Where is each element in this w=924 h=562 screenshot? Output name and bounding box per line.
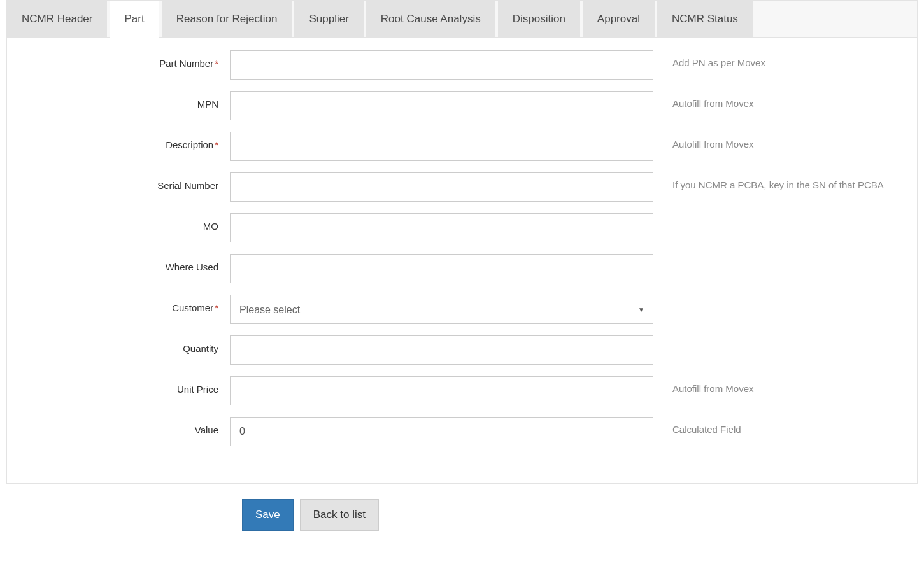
tab-approval[interactable]: Approval [583,1,655,38]
where-used-input[interactable] [230,254,653,283]
value-input[interactable] [230,417,653,446]
help-where-used [653,254,904,260]
label-description: Description [166,139,213,150]
tab-container: NCMR Header Part Reason for Rejection Su… [6,0,918,484]
tab-reason-for-rejection[interactable]: Reason for Rejection [162,1,292,38]
required-mark: * [215,58,218,69]
form-actions: Save Back to list [242,484,918,550]
required-mark: * [215,139,218,150]
label-quantity: Quantity [183,343,218,354]
row-description: Description* Autofill from Movex [20,132,904,161]
help-serial-number: If you NCMR a PCBA, key in the SN of tha… [653,172,904,192]
tab-ncmr-header[interactable]: NCMR Header [7,1,107,38]
label-mpn: MPN [197,99,218,109]
help-description: Autofill from Movex [653,132,904,151]
row-where-used: Where Used [20,254,904,283]
unit-price-input[interactable] [230,376,653,405]
row-quantity: Quantity [20,335,904,365]
description-input[interactable] [230,132,653,161]
tab-ncmr-status[interactable]: NCMR Status [657,1,753,38]
mo-input[interactable] [230,213,653,242]
help-part-number: Add PN as per Movex [653,50,904,69]
label-serial-number: Serial Number [157,180,218,191]
row-serial-number: Serial Number If you NCMR a PCBA, key in… [20,172,904,202]
row-customer: Customer* Please select ▼ [20,295,904,324]
help-unit-price: Autofill from Movex [653,376,904,395]
row-value: Value Calculated Field [20,417,904,446]
row-unit-price: Unit Price Autofill from Movex [20,376,904,405]
help-mo [653,213,904,220]
tab-bar: NCMR Header Part Reason for Rejection Su… [7,1,917,38]
label-value: Value [195,425,218,435]
row-mpn: MPN Autofill from Movex [20,91,904,120]
back-to-list-button[interactable]: Back to list [300,499,379,531]
tab-root-cause-analysis[interactable]: Root Cause Analysis [366,1,495,38]
help-value: Calculated Field [653,417,904,436]
help-mpn: Autofill from Movex [653,91,904,110]
serial-number-input[interactable] [230,172,653,202]
required-mark: * [215,302,218,313]
label-where-used: Where Used [166,262,218,272]
tab-disposition[interactable]: Disposition [498,1,580,38]
tab-content-part: Part Number* Add PN as per Movex MPN Aut… [7,38,917,483]
label-mo: MO [203,221,218,232]
help-quantity [653,335,904,342]
tab-supplier[interactable]: Supplier [294,1,363,38]
row-part-number: Part Number* Add PN as per Movex [20,50,904,80]
row-mo: MO [20,213,904,242]
tab-part[interactable]: Part [110,1,159,38]
customer-select[interactable]: Please select [230,295,653,324]
label-part-number: Part Number [159,58,213,69]
save-button[interactable]: Save [242,499,294,531]
quantity-input[interactable] [230,335,653,365]
mpn-input[interactable] [230,91,653,120]
label-unit-price: Unit Price [177,384,218,395]
help-customer [653,295,904,301]
label-customer: Customer [172,302,213,313]
part-number-input[interactable] [230,50,653,80]
